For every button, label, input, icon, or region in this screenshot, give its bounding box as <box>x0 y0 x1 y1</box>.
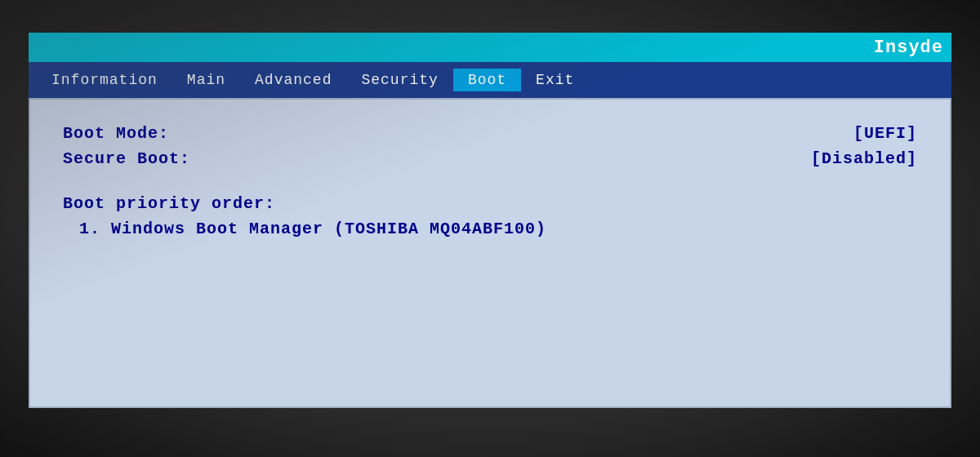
nav-item-boot[interactable]: Boot <box>453 69 521 91</box>
boot-item-1[interactable]: 1. Windows Boot Manager (TOSHIBA MQ04ABF… <box>63 220 917 238</box>
nav-item-advanced[interactable]: Advanced <box>240 69 346 91</box>
boot-priority-label: Boot priority order: <box>63 194 917 213</box>
boot-mode-label: Boot Mode: <box>63 124 169 143</box>
nav-item-exit[interactable]: Exit <box>521 69 589 91</box>
boot-mode-value[interactable]: [UEFI] <box>853 124 917 143</box>
screen-wrapper: Insyde Information Main Advanced Securit… <box>0 0 980 457</box>
nav-bar: Information Main Advanced Security Boot … <box>29 62 951 98</box>
section-divider <box>63 175 917 194</box>
nav-item-main[interactable]: Main <box>172 69 240 91</box>
nav-item-information[interactable]: Information <box>37 69 172 91</box>
bios-container: Insyde Information Main Advanced Securit… <box>29 33 951 408</box>
top-bar: Insyde <box>29 33 951 62</box>
nav-item-security[interactable]: Security <box>346 69 452 91</box>
secure-boot-row: Secure Boot: [Disabled] <box>63 149 917 168</box>
secure-boot-value[interactable]: [Disabled] <box>811 149 917 168</box>
content-area: Boot Mode: [UEFI] Secure Boot: [Disabled… <box>29 98 951 408</box>
boot-mode-row: Boot Mode: [UEFI] <box>63 124 917 143</box>
secure-boot-label: Secure Boot: <box>63 149 190 168</box>
brand-label: Insyde <box>874 38 943 58</box>
